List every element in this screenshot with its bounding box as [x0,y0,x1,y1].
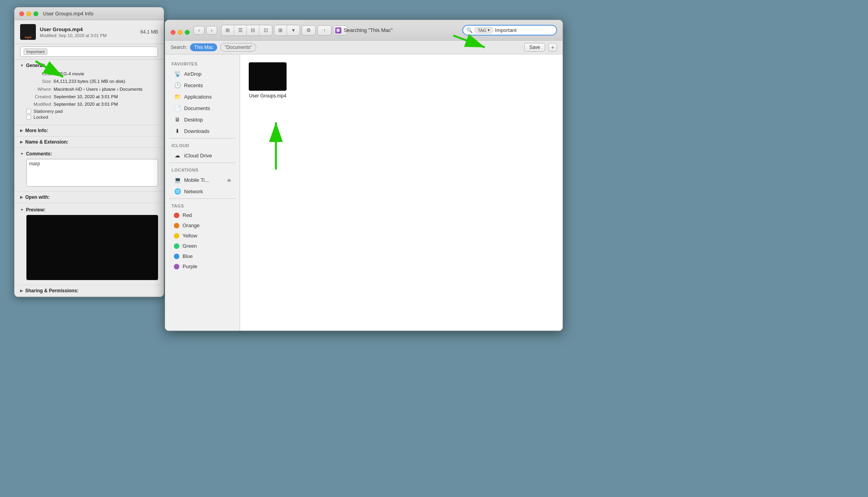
triangle-down-preview: ▼ [20,208,24,212]
back-button[interactable]: ‹ [194,26,205,35]
share-button[interactable]: ↑ [317,25,332,36]
sidebar-item-recents[interactable]: 🕐 Recents [168,80,237,91]
stationery-checkbox[interactable] [26,109,31,114]
triangle-right-icon3: ▶ [20,195,23,199]
search-filter-bar: Search: This Mac "Documents" Save + [165,41,563,54]
sidebar-item-network[interactable]: 🌐 Network [168,186,237,197]
file-modified-label: Modified: Sep 10, 2020 at 3:01 PM [40,33,136,38]
sidebar-item-mobile[interactable]: 💻 Mobile Ti... ⏏ [168,174,237,185]
triangle-icon: ▼ [20,64,24,67]
size-value: 64,111,233 bytes (35.1 MB on disk) [54,78,158,85]
eject-icon[interactable]: ⏏ [227,178,231,183]
sidebar-item-applications[interactable]: 📁 Applications [168,91,237,102]
file-item-usergroups[interactable]: User Groups.mp4 [248,62,287,99]
sidebar-divider-3 [169,198,236,199]
close-button[interactable] [19,11,24,16]
more-info-header[interactable]: ▶ More Info: [20,127,158,134]
name-extension-section: ▶ Name & Extension: [15,136,164,148]
sharing-section: ▶ Sharing & Permissions: [15,285,164,297]
created-value: September 10, 2020 at 3:01 PM [54,93,158,100]
grid-view-button[interactable]: ⊞ [222,25,234,36]
sidebar-item-tag-purple[interactable]: Purple [168,262,237,271]
airdrop-icon: 📡 [174,70,181,77]
toolbar-icons: ⊞ ☰ ⊟ ⊡ ⊞ ▾ ⚙ ↑ ○ [221,25,347,40]
scope-this-mac-button[interactable]: This Mac [190,43,217,51]
column-view-button[interactable]: ⊟ [247,25,259,36]
name-extension-label: Name & Extension: [25,139,68,145]
add-criteria-button[interactable]: + [548,43,557,52]
comments-header[interactable]: ▼ Comments: [20,150,158,157]
finder-title-text: Searching "This Mac" [344,27,393,33]
save-search-button[interactable]: Save [524,43,545,52]
search-box[interactable]: 🔍 TAG ▾ ✕ [462,25,557,36]
sidebar-item-icloud[interactable]: ☁ iCloud Drive [168,150,237,161]
forward-button[interactable]: › [206,26,217,35]
more-info-label: More Info: [25,128,48,133]
triangle-right-icon: ▶ [20,129,23,133]
scope-documents-button[interactable]: "Documents" [220,43,256,52]
sort-dropdown-button[interactable]: ▾ [287,25,300,36]
kind-row: Kind: MPEG-4 movie [26,71,158,77]
more-info-section: ▶ More Info: [15,125,164,136]
sidebar-item-tag-yellow[interactable]: Yellow [168,231,237,241]
svg-point-0 [337,29,340,32]
mobile-icon: 💻 [174,176,181,183]
maximize-button[interactable] [34,11,38,16]
open-with-header[interactable]: ▶ Open with: [20,194,158,201]
sidebar-item-airdrop[interactable]: 📡 AirDrop [168,68,237,79]
tag-pill[interactable]: TAG ▾ [474,27,494,34]
where-row: Where: Macintosh HD › Users › jdoane › D… [26,86,158,93]
comments-textarea[interactable]: marp [26,159,158,187]
sort-button[interactable]: ⊞ [274,25,287,36]
sidebar-item-desktop[interactable]: 🖥 Desktop [168,114,237,125]
sidebar-item-tag-green[interactable]: Green [168,241,237,251]
recents-icon: 🕐 [174,82,181,89]
file-size-label: 64.1 MB [140,29,158,35]
modified-value: September 10, 2020 at 3:01 PM [54,101,158,108]
info-panel: User Groups.mp4 Info User Groups.mp4 Mod… [14,7,164,297]
finder-maximize-button[interactable] [185,30,190,35]
search-input[interactable] [495,27,561,33]
locations-label: Locations [165,164,240,174]
sidebar-item-tag-orange[interactable]: Orange [168,220,237,230]
preview-section: ▼ Preview: [15,203,164,285]
finder-minimize-button[interactable] [178,30,183,35]
sidebar-item-tag-red[interactable]: Red [168,210,237,220]
modified-label: Modified: [26,101,52,108]
documents-icon: 📄 [174,105,181,112]
name-extension-header[interactable]: ▶ Name & Extension: [20,138,158,146]
gallery-view-button[interactable]: ⊡ [259,25,272,36]
list-view-button[interactable]: ☰ [234,25,247,36]
sidebar-divider-1 [169,138,236,138]
nav-buttons: ‹ › [194,26,217,39]
sidebar-item-downloads[interactable]: ⬇ Downloads [168,125,237,136]
info-panel-title: User Groups.mp4 Info [43,11,93,17]
tag-yellow-dot [174,233,179,239]
general-header[interactable]: ▼ General: [20,62,158,69]
sidebar-divider-2 [169,163,236,163]
stationery-label: Stationery pad [34,109,63,114]
tag-input-field[interactable]: Important [20,47,158,57]
general-content: Kind: MPEG-4 movie Size: 64,111,233 byte… [20,69,158,122]
recents-label: Recents [184,82,203,88]
locked-row: Locked [26,115,158,120]
file-thumbnail [249,62,287,91]
kind-value: MPEG-4 movie [54,71,158,77]
preview-header[interactable]: ▼ Preview: [20,206,158,213]
applications-label: Applications [184,94,212,100]
finder-close-button[interactable] [171,30,175,35]
sidebar-item-tag-blue[interactable]: Blue [168,251,237,261]
locked-checkbox[interactable] [26,115,31,120]
size-row: Size: 64,111,233 bytes (35.1 MB on disk) [26,78,158,85]
action-button[interactable]: ⚙ [302,25,316,36]
comments-section: ▼ Comments: marp [15,148,164,192]
minimize-button[interactable] [26,11,31,16]
sidebar-item-documents[interactable]: 📄 Documents [168,103,237,114]
comments-label: Comments: [26,151,52,157]
triangle-right-icon2: ▶ [20,140,23,144]
favorites-label: Favorites [165,58,240,68]
sharing-header[interactable]: ▶ Sharing & Permissions: [20,287,158,294]
finder-main: User Groups.mp4 [240,54,563,331]
preview-content [20,213,158,282]
tag-badge: Important [24,49,47,55]
